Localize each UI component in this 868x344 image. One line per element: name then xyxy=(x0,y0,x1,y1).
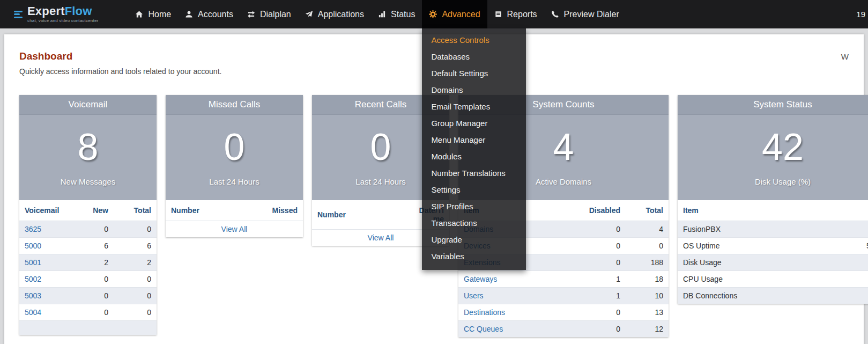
partial-row xyxy=(19,320,157,335)
menu-item-databases[interactable]: Databases xyxy=(422,48,526,65)
page-title: Dashboard xyxy=(19,50,72,62)
table-row: 500300 xyxy=(19,288,157,304)
card-title: System Status xyxy=(678,95,868,115)
voicemail-box-link[interactable]: 5001 xyxy=(25,258,41,267)
table-row: DB Connections xyxy=(678,288,868,304)
menu-item-group-manager[interactable]: Group Manager xyxy=(422,115,526,131)
voicemail-caption: New Messages xyxy=(19,177,157,186)
missed-calls-count: 0 xyxy=(166,126,303,169)
table-row: 500066 xyxy=(19,238,157,254)
welcome-text: W xyxy=(841,52,849,61)
table-row: OS Uptime50 xyxy=(678,238,868,254)
advanced-dropdown-menu: Access Controls Databases Default Settin… xyxy=(422,28,526,270)
gear-icon xyxy=(429,10,437,18)
view-all-row: View All xyxy=(166,221,303,238)
menu-item-transactions[interactable]: Transactions xyxy=(422,215,526,231)
menu-item-upgrade[interactable]: Upgrade xyxy=(422,231,526,248)
nav-item-advanced[interactable]: Advanced Access Controls Databases Defau… xyxy=(422,0,487,28)
home-icon xyxy=(135,10,143,18)
voicemail-count: 8 xyxy=(19,126,157,169)
menu-item-number-translations[interactable]: Number Translations xyxy=(422,165,526,181)
table-row: FusionPBX xyxy=(678,221,868,238)
logo-expert: Expert xyxy=(27,4,65,18)
arrows-swap-icon xyxy=(247,10,255,18)
menu-item-default-settings[interactable]: Default Settings xyxy=(422,65,526,82)
count-item-link[interactable]: CC Queues xyxy=(464,325,503,333)
phone-icon xyxy=(551,10,559,18)
missed-calls-table: Number Missed View All xyxy=(166,200,303,237)
menu-item-settings[interactable]: Settings xyxy=(422,181,526,198)
table-row: Disk Usage xyxy=(678,254,868,271)
nav-item-status[interactable]: Status xyxy=(371,0,422,28)
voicemail-box-link[interactable]: 5003 xyxy=(25,291,41,300)
table-row: 500400 xyxy=(19,304,157,321)
count-item-link[interactable]: Destinations xyxy=(464,308,505,317)
system-status-number: 42 xyxy=(678,126,868,169)
system-status-caption: Disk Usage (%) xyxy=(678,177,868,186)
nav-item-applications[interactable]: Applications xyxy=(298,0,371,28)
card-missed-calls: Missed Calls 0 Last 24 Hours Number Miss… xyxy=(166,95,303,237)
card-title: Missed Calls xyxy=(166,95,303,115)
logo[interactable]: ExpertFlow chat, voice and video contact… xyxy=(14,0,98,28)
table-row: 362500 xyxy=(19,221,157,238)
view-all-link[interactable]: View All xyxy=(368,233,394,242)
voicemail-table: Voicemail New Total 362500 500066 500122… xyxy=(19,200,157,320)
voicemail-box-link[interactable]: 3625 xyxy=(25,225,41,233)
nav-item-accounts[interactable]: Accounts xyxy=(178,0,240,28)
logo-tagline: chat, voice and video contactcenter xyxy=(27,19,98,23)
report-icon xyxy=(494,10,502,18)
menu-item-email-templates[interactable]: Email Templates xyxy=(422,98,526,115)
table-row: CPU Usage xyxy=(678,271,868,288)
menu-item-sip-profiles[interactable]: SIP Profiles xyxy=(422,198,526,215)
top-nav: ExpertFlow chat, voice and video contact… xyxy=(0,0,868,28)
logo-flow: Flow xyxy=(65,4,92,18)
nav-item-reports[interactable]: Reports xyxy=(487,0,544,28)
count-item-link[interactable]: Gateways xyxy=(464,275,497,283)
card-system-status: System Status 42 Disk Usage (%) Item Fus… xyxy=(678,95,868,304)
bar-chart-icon xyxy=(378,10,386,18)
nav-items: Home Accounts Dialplan Applications Stat… xyxy=(128,0,626,28)
table-row: 500200 xyxy=(19,271,157,288)
nav-item-preview-dialer[interactable]: Preview Dialer xyxy=(544,0,626,28)
count-item-link[interactable]: Users xyxy=(464,291,484,300)
table-row: Destinations013 xyxy=(458,304,669,321)
view-all-link[interactable]: View All xyxy=(221,225,248,233)
missed-calls-caption: Last 24 Hours xyxy=(166,177,303,186)
table-row: 500122 xyxy=(19,254,157,271)
voicemail-box-link[interactable]: 5000 xyxy=(25,241,41,250)
table-row: Gateways118 xyxy=(458,271,669,288)
menu-item-menu-manager[interactable]: Menu Manager xyxy=(422,131,526,148)
menu-item-variables[interactable]: Variables xyxy=(422,248,526,265)
paper-plane-icon xyxy=(305,10,313,18)
user-icon xyxy=(185,10,193,18)
nav-item-dialplan[interactable]: Dialplan xyxy=(240,0,298,28)
system-status-table: Item FusionPBX OS Uptime50 Disk Usage CP… xyxy=(678,200,868,304)
nav-item-home[interactable]: Home xyxy=(128,0,178,28)
voicemail-box-link[interactable]: 5004 xyxy=(25,308,41,317)
card-voicemail: Voicemail 8 New Messages Voicemail New T… xyxy=(19,95,157,335)
table-row: Users110 xyxy=(458,288,669,304)
voicemail-box-link[interactable]: 5002 xyxy=(25,275,41,283)
clock: 19 xyxy=(856,10,868,19)
logo-icon xyxy=(14,11,23,18)
menu-item-modules[interactable]: Modules xyxy=(422,148,526,165)
table-row: CC Queues012 xyxy=(458,321,669,338)
card-title: Voicemail xyxy=(19,95,157,115)
menu-item-access-controls[interactable]: Access Controls xyxy=(422,32,526,48)
menu-item-domains[interactable]: Domains xyxy=(422,82,526,98)
